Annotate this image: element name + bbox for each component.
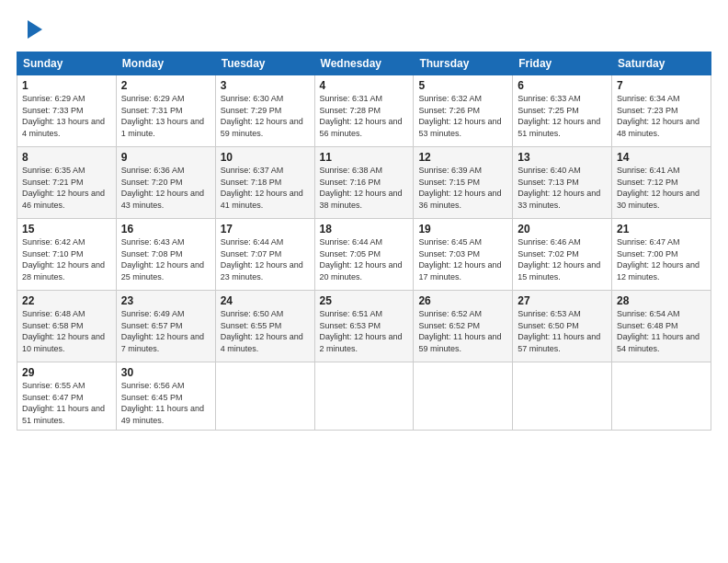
svg-marker-0 (28, 20, 42, 39)
day-number: 18 (320, 223, 409, 236)
table-row: 14 Sunrise: 6:41 AM Sunset: 7:12 PM Dayl… (612, 147, 711, 219)
day-info: Sunrise: 6:37 AM Sunset: 7:18 PM Dayligh… (221, 165, 310, 211)
day-info: Sunrise: 6:35 AM Sunset: 7:21 PM Dayligh… (22, 165, 111, 211)
table-row: 27 Sunrise: 6:53 AM Sunset: 6:50 PM Dayl… (513, 291, 612, 362)
day-info: Sunrise: 6:54 AM Sunset: 6:48 PM Dayligh… (617, 308, 706, 354)
col-wednesday: Wednesday (314, 52, 414, 75)
day-info: Sunrise: 6:42 AM Sunset: 7:10 PM Dayligh… (22, 236, 111, 282)
table-row (314, 362, 414, 431)
day-number: 14 (617, 151, 706, 164)
day-info: Sunrise: 6:52 AM Sunset: 6:52 PM Dayligh… (418, 308, 507, 354)
table-row: 16 Sunrise: 6:43 AM Sunset: 7:08 PM Dayl… (116, 219, 215, 291)
day-info: Sunrise: 6:53 AM Sunset: 6:50 PM Dayligh… (518, 308, 607, 354)
day-number: 4 (320, 79, 409, 92)
day-info: Sunrise: 6:40 AM Sunset: 7:13 PM Dayligh… (518, 165, 607, 211)
day-info: Sunrise: 6:55 AM Sunset: 6:47 PM Dayligh… (22, 380, 111, 426)
day-info: Sunrise: 6:47 AM Sunset: 7:00 PM Dayligh… (617, 236, 706, 282)
col-monday: Monday (116, 52, 215, 75)
table-row: 6 Sunrise: 6:33 AM Sunset: 7:25 PM Dayli… (513, 75, 612, 147)
table-row: 26 Sunrise: 6:52 AM Sunset: 6:52 PM Dayl… (414, 291, 513, 362)
table-row: 20 Sunrise: 6:46 AM Sunset: 7:02 PM Dayl… (513, 219, 612, 291)
day-info: Sunrise: 6:32 AM Sunset: 7:26 PM Dayligh… (418, 93, 507, 139)
day-number: 1 (22, 79, 111, 92)
day-info: Sunrise: 6:36 AM Sunset: 7:20 PM Dayligh… (121, 165, 210, 211)
table-row (612, 362, 711, 431)
logo-icon (20, 17, 46, 42)
day-info: Sunrise: 6:44 AM Sunset: 7:07 PM Dayligh… (221, 236, 310, 282)
day-info: Sunrise: 6:56 AM Sunset: 6:45 PM Dayligh… (121, 380, 210, 426)
calendar-table: Sunday Monday Tuesday Wednesday Thursday… (17, 52, 711, 431)
day-number: 29 (22, 366, 111, 379)
day-info: Sunrise: 6:49 AM Sunset: 6:57 PM Dayligh… (121, 308, 210, 354)
table-row: 29 Sunrise: 6:55 AM Sunset: 6:47 PM Dayl… (17, 362, 117, 431)
day-info: Sunrise: 6:43 AM Sunset: 7:08 PM Dayligh… (121, 236, 210, 282)
table-row: 19 Sunrise: 6:45 AM Sunset: 7:03 PM Dayl… (414, 219, 513, 291)
day-info: Sunrise: 6:30 AM Sunset: 7:29 PM Dayligh… (221, 93, 310, 139)
day-number: 30 (121, 366, 210, 379)
day-info: Sunrise: 6:34 AM Sunset: 7:23 PM Dayligh… (617, 93, 706, 139)
day-info: Sunrise: 6:38 AM Sunset: 7:16 PM Dayligh… (320, 165, 409, 211)
day-number: 25 (320, 294, 409, 307)
page-header (17, 17, 711, 42)
day-number: 27 (518, 294, 607, 307)
table-row (513, 362, 612, 431)
day-info: Sunrise: 6:33 AM Sunset: 7:25 PM Dayligh… (518, 93, 607, 139)
table-row: 15 Sunrise: 6:42 AM Sunset: 7:10 PM Dayl… (17, 219, 117, 291)
logo (17, 17, 46, 42)
day-info: Sunrise: 6:50 AM Sunset: 6:55 PM Dayligh… (221, 308, 310, 354)
day-info: Sunrise: 6:41 AM Sunset: 7:12 PM Dayligh… (617, 165, 706, 211)
calendar-page: Sunday Monday Tuesday Wednesday Thursday… (0, 0, 728, 563)
calendar-header-row: Sunday Monday Tuesday Wednesday Thursday… (17, 52, 711, 75)
table-row: 3 Sunrise: 6:30 AM Sunset: 7:29 PM Dayli… (215, 75, 314, 147)
day-number: 21 (617, 223, 706, 236)
day-number: 8 (22, 151, 111, 164)
day-number: 16 (121, 223, 210, 236)
day-info: Sunrise: 6:44 AM Sunset: 7:05 PM Dayligh… (320, 236, 409, 282)
day-info: Sunrise: 6:29 AM Sunset: 7:33 PM Dayligh… (22, 93, 111, 139)
day-info: Sunrise: 6:39 AM Sunset: 7:15 PM Dayligh… (418, 165, 507, 211)
table-row: 22 Sunrise: 6:48 AM Sunset: 6:58 PM Dayl… (17, 291, 117, 362)
day-number: 28 (617, 294, 706, 307)
col-thursday: Thursday (414, 52, 513, 75)
table-row: 5 Sunrise: 6:32 AM Sunset: 7:26 PM Dayli… (414, 75, 513, 147)
table-row: 2 Sunrise: 6:29 AM Sunset: 7:31 PM Dayli… (116, 75, 215, 147)
col-tuesday: Tuesday (215, 52, 314, 75)
day-number: 15 (22, 223, 111, 236)
table-row (414, 362, 513, 431)
table-row: 8 Sunrise: 6:35 AM Sunset: 7:21 PM Dayli… (17, 147, 117, 219)
table-row: 24 Sunrise: 6:50 AM Sunset: 6:55 PM Dayl… (215, 291, 314, 362)
table-row: 12 Sunrise: 6:39 AM Sunset: 7:15 PM Dayl… (414, 147, 513, 219)
day-number: 3 (221, 79, 310, 92)
day-number: 17 (221, 223, 310, 236)
day-number: 24 (221, 294, 310, 307)
table-row: 9 Sunrise: 6:36 AM Sunset: 7:20 PM Dayli… (116, 147, 215, 219)
col-friday: Friday (513, 52, 612, 75)
table-row: 7 Sunrise: 6:34 AM Sunset: 7:23 PM Dayli… (612, 75, 711, 147)
table-row: 13 Sunrise: 6:40 AM Sunset: 7:13 PM Dayl… (513, 147, 612, 219)
day-number: 2 (121, 79, 210, 92)
day-info: Sunrise: 6:48 AM Sunset: 6:58 PM Dayligh… (22, 308, 111, 354)
day-info: Sunrise: 6:45 AM Sunset: 7:03 PM Dayligh… (418, 236, 507, 282)
table-row: 23 Sunrise: 6:49 AM Sunset: 6:57 PM Dayl… (116, 291, 215, 362)
day-info: Sunrise: 6:46 AM Sunset: 7:02 PM Dayligh… (518, 236, 607, 282)
table-row: 11 Sunrise: 6:38 AM Sunset: 7:16 PM Dayl… (314, 147, 414, 219)
day-number: 26 (418, 294, 507, 307)
table-row: 18 Sunrise: 6:44 AM Sunset: 7:05 PM Dayl… (314, 219, 414, 291)
col-saturday: Saturday (612, 52, 711, 75)
day-number: 10 (221, 151, 310, 164)
day-info: Sunrise: 6:29 AM Sunset: 7:31 PM Dayligh… (121, 93, 210, 139)
table-row: 28 Sunrise: 6:54 AM Sunset: 6:48 PM Dayl… (612, 291, 711, 362)
table-row: 17 Sunrise: 6:44 AM Sunset: 7:07 PM Dayl… (215, 219, 314, 291)
table-row: 21 Sunrise: 6:47 AM Sunset: 7:00 PM Dayl… (612, 219, 711, 291)
day-info: Sunrise: 6:31 AM Sunset: 7:28 PM Dayligh… (320, 93, 409, 139)
day-number: 5 (418, 79, 507, 92)
day-info: Sunrise: 6:51 AM Sunset: 6:53 PM Dayligh… (320, 308, 409, 354)
day-number: 23 (121, 294, 210, 307)
table-row: 30 Sunrise: 6:56 AM Sunset: 6:45 PM Dayl… (116, 362, 215, 431)
day-number: 12 (418, 151, 507, 164)
day-number: 7 (617, 79, 706, 92)
table-row: 4 Sunrise: 6:31 AM Sunset: 7:28 PM Dayli… (314, 75, 414, 147)
day-number: 13 (518, 151, 607, 164)
col-sunday: Sunday (17, 52, 117, 75)
day-number: 20 (518, 223, 607, 236)
